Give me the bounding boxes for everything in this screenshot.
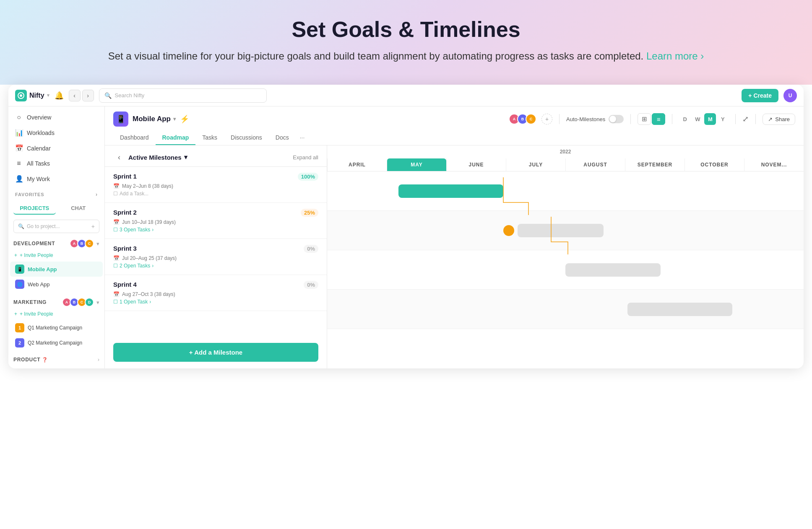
project-title[interactable]: Mobile App ▾ xyxy=(133,115,176,123)
project-q2-marketing[interactable]: 2 Q2 Marketing Campaign xyxy=(10,335,103,350)
back-button[interactable]: ‹ xyxy=(69,90,81,101)
month-september: SEPTEMBER xyxy=(625,158,684,171)
add-member-button[interactable]: + xyxy=(541,114,552,124)
content-area: 📱 Mobile App ▾ ⚡ A B C xyxy=(105,106,804,368)
forward-button[interactable]: › xyxy=(82,90,94,101)
sidebar-collapse-button[interactable]: ‹ xyxy=(113,151,125,163)
tab-more[interactable]: ··· xyxy=(296,131,309,145)
sidebar-search[interactable]: 🔍 Go to project... + xyxy=(13,220,99,233)
connection-svg-2 xyxy=(551,217,593,267)
tab-roadmap[interactable]: Roadmap xyxy=(156,131,196,145)
gantt-bar-sprint1[interactable] xyxy=(398,184,503,198)
task-link-sprint3[interactable]: ☐ 2 Open Tasks › xyxy=(113,263,318,269)
search-placeholder: Search Nifty xyxy=(115,92,145,99)
auto-milestones-toggle[interactable]: Auto-Milestones xyxy=(566,115,624,123)
development-group-header[interactable]: DEVELOPMENT A B C ▾ xyxy=(8,236,104,251)
dev-avatar-3: C xyxy=(85,239,94,248)
month-october: OCTOBER xyxy=(684,158,744,171)
period-buttons: D W M Y xyxy=(679,113,729,125)
progress-badge-sprint3: 0% xyxy=(304,245,318,253)
project-web-app[interactable]: 🌐 Web App xyxy=(10,277,103,292)
tab-tasks[interactable]: Tasks xyxy=(195,131,224,145)
tab-dashboard[interactable]: Dashboard xyxy=(113,131,156,145)
marketing-collapse[interactable]: ▾ xyxy=(96,299,99,306)
tab-projects[interactable]: PROJECTS xyxy=(13,202,56,215)
calendar-icon: 📅 xyxy=(15,144,23,152)
day-period-button[interactable]: D xyxy=(679,113,691,125)
divider4 xyxy=(735,114,736,124)
grid-view-button[interactable]: ⊞ xyxy=(638,113,651,125)
week-period-button[interactable]: W xyxy=(692,113,703,125)
task-link-sprint4[interactable]: ☐ 1 Open Task › xyxy=(113,299,318,305)
project-actions: A B C + Auto-Milestones xyxy=(511,113,795,125)
development-collapse[interactable]: ▾ xyxy=(96,241,99,247)
bell-icon[interactable]: 🔔 xyxy=(55,91,64,100)
project-header-top: 📱 Mobile App ▾ ⚡ A B C xyxy=(113,112,795,127)
sidebar-add-project[interactable]: + xyxy=(91,223,95,230)
month-april: APRIL xyxy=(327,158,387,171)
favorites-expand[interactable]: › xyxy=(96,192,98,197)
milestone-row-sprint2[interactable]: Sprint 2 25% 📅 Jun 10–Jul 18 (39 days) ☐… xyxy=(105,203,327,239)
project-mobile-app[interactable]: 📱 Mobile App xyxy=(10,262,103,277)
share-button[interactable]: ↗ Share xyxy=(763,114,795,125)
month-period-button[interactable]: M xyxy=(704,113,716,125)
gantt-row-1 xyxy=(327,171,804,211)
sidebar-item-all-tasks[interactable]: ≡ All Tasks xyxy=(8,156,104,171)
sidebar-item-my-work[interactable]: 👤 My Work xyxy=(8,171,104,187)
favorites-section: FAVORITES › xyxy=(8,187,104,199)
search-icon: 🔍 xyxy=(104,92,112,99)
year-period-button[interactable]: Y xyxy=(717,113,729,125)
gantt-milestone-sprint2[interactable] xyxy=(503,225,514,236)
milestone-row-sprint4[interactable]: Sprint 4 0% 📅 Aug 27–Oct 3 (38 days) ☐ 1… xyxy=(105,275,327,311)
milestone-row-sprint3[interactable]: Sprint 3 0% 📅 Jul 20–Aug 25 (37 days) ☐ … xyxy=(105,239,327,275)
q1-icon: 1 xyxy=(15,323,24,332)
tab-discussions[interactable]: Discussions xyxy=(224,131,269,145)
tab-docs[interactable]: Docs xyxy=(269,131,296,145)
project-chevron: ▾ xyxy=(173,116,176,122)
bolt-icon[interactable]: ⚡ xyxy=(180,114,189,124)
mkt-invite-people[interactable]: + + Invite People xyxy=(8,309,104,320)
project-icon-large: 📱 xyxy=(113,112,128,127)
toggle-switch[interactable] xyxy=(609,115,624,123)
sidebar-tabs: PROJECTS CHAT xyxy=(8,199,104,218)
milestone-row-sprint1[interactable]: Sprint 1 100% 📅 May 2–Jun 8 (38 days) ☐ … xyxy=(105,167,327,203)
product-expand[interactable]: › xyxy=(98,356,99,363)
product-group-header[interactable]: PRODUCT ❓ › xyxy=(8,354,104,365)
tab-chat[interactable]: CHAT xyxy=(57,202,100,215)
project-q1-marketing[interactable]: 1 Q1 Marketing Campaign xyxy=(10,320,103,335)
sidebar-item-workloads[interactable]: 📊 Workloads xyxy=(8,125,104,140)
list-view-button[interactable]: ≡ xyxy=(652,113,665,125)
app-logo[interactable]: Nifty ▾ xyxy=(15,90,49,101)
month-may: MAY xyxy=(387,158,446,171)
task-link-sprint2[interactable]: ☐ 3 Open Tasks › xyxy=(113,227,318,233)
calendar-meta-icon: 📅 xyxy=(113,183,120,189)
create-button[interactable]: + Create xyxy=(742,89,778,102)
hero-title: Set Goals & Timelines xyxy=(8,17,804,42)
sidebar: ○ Overview 📊 Workloads 📅 Calendar ≡ All … xyxy=(8,106,105,368)
user-avatar[interactable]: U xyxy=(783,89,797,102)
view-buttons: ⊞ ≡ xyxy=(638,113,665,125)
project-info: 📱 Mobile App ▾ ⚡ xyxy=(113,112,189,127)
task-link-icon: ☐ xyxy=(113,227,118,233)
gantt-bar-sprint4[interactable] xyxy=(627,303,732,316)
timeline-year: 2022 xyxy=(560,149,571,155)
chevron-right-icon: › xyxy=(152,227,154,233)
marketing-group-header[interactable]: MARKETING A B C D ▾ xyxy=(8,295,104,309)
sidebar-item-calendar[interactable]: 📅 Calendar xyxy=(8,140,104,156)
dev-invite-people[interactable]: + + Invite People xyxy=(8,251,104,262)
expand-all-link[interactable]: Expand all xyxy=(293,154,318,161)
learn-more-link[interactable]: Learn more xyxy=(646,50,704,62)
sidebar-item-overview[interactable]: ○ Overview xyxy=(8,110,104,125)
milestone-list: Sprint 1 100% 📅 May 2–Jun 8 (38 days) ☐ … xyxy=(105,167,327,336)
gantt-bar-sprint3[interactable] xyxy=(565,263,661,277)
fullscreen-icon[interactable]: ⤢ xyxy=(742,114,749,124)
gantt-row-3 xyxy=(327,250,804,290)
active-milestones-title[interactable]: Active Milestones ▾ xyxy=(128,153,187,161)
divider2 xyxy=(630,114,631,124)
sidebar-search-icon: 🔍 xyxy=(18,223,24,229)
add-task-sprint1[interactable]: ☐ Add a Task... xyxy=(113,191,318,197)
search-bar[interactable]: 🔍 Search Nifty xyxy=(99,88,267,103)
marketing-avatars: A B C D xyxy=(64,298,94,307)
add-milestone-button[interactable]: + Add a Milestone xyxy=(113,343,318,362)
mkt-avatar-4: D xyxy=(85,298,94,307)
